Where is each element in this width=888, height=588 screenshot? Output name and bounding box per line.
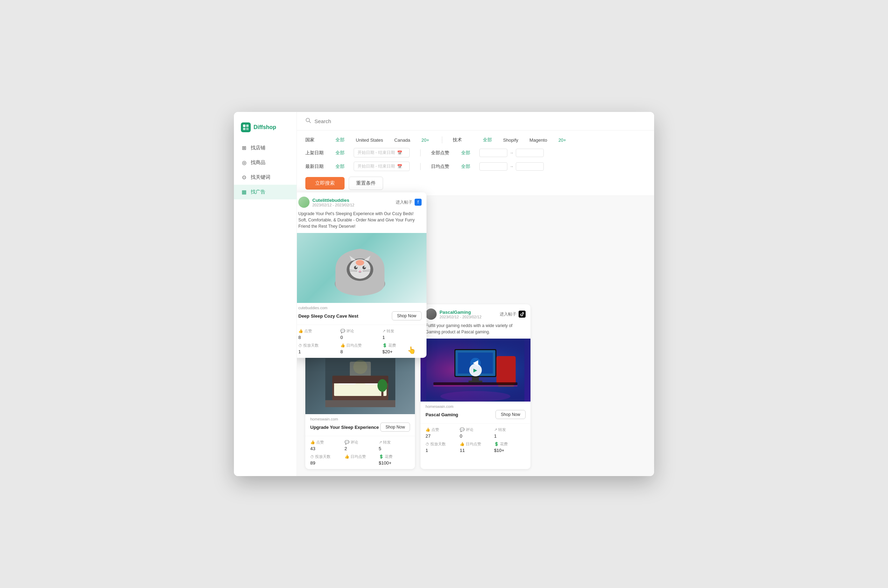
shop-now-cute[interactable]: Shop Now [392, 311, 421, 320]
card-actions-gaming: 进入帖子 [500, 310, 525, 318]
shares-value-home: 5 [379, 446, 410, 451]
cursor-icon: 👆 [407, 346, 416, 354]
latest-date-picker[interactable]: 开始日期 - 结束日期 📅 [354, 162, 410, 171]
tech-shopify-option[interactable]: Shopify [501, 137, 520, 143]
play-button-gaming[interactable]: ▶ [469, 364, 482, 376]
shares-label-gaming: ↗ 转发 [494, 427, 525, 432]
rundays-label-home: ⏱ 投放天数 [310, 454, 342, 459]
filter-divider-1 [442, 136, 442, 143]
country-ca-option[interactable]: Canada [392, 137, 412, 143]
sidebar-item-find-store[interactable]: ⊞ 找店铺 [234, 141, 297, 155]
card-header-cute: Cutelittlebuddies 2023/02/12 - 2023/02/1… [297, 192, 426, 211]
svg-rect-44 [433, 382, 518, 385]
cost-label-gaming: 💲 花费 [494, 441, 525, 447]
tech-filter-label: 技术 [453, 137, 474, 143]
shop-now-gaming[interactable]: Shop Now [495, 410, 525, 419]
enter-post-gaming[interactable]: 进入帖子 [500, 311, 516, 317]
stat-rundays-gaming: ⏱ 投放天数 1 [426, 441, 457, 453]
facebook-icon-cute: f [415, 199, 421, 206]
launch-date-all[interactable]: 全部 [333, 149, 347, 157]
comments-label-home: 💬 评论 [345, 440, 376, 445]
store-info-gaming: PascalGaming 2023/02/12 - 2023/02/12 [426, 309, 482, 320]
card-site-cute: cutebuddies.com [297, 303, 426, 311]
comments-label-gaming: 💬 评论 [460, 427, 491, 432]
stat-shares-home: ↗ 转发 5 [379, 440, 410, 451]
latest-date-all[interactable]: 全部 [333, 163, 347, 170]
likes-icon-gaming: 👍 [426, 428, 430, 432]
shares-icon-home: ↗ [379, 440, 382, 445]
search-input[interactable] [315, 118, 646, 124]
country-more-option[interactable]: 20+ [420, 137, 431, 143]
comments-value-cute: 0 [340, 335, 379, 340]
country-us-option[interactable]: United States [354, 137, 385, 143]
reset-button[interactable]: 重置条件 [349, 177, 383, 190]
svg-rect-2 [243, 128, 245, 130]
search-button[interactable]: 立即搜索 [306, 177, 345, 190]
all-likes-all[interactable]: 全部 [459, 149, 473, 157]
store-name-gaming: PascalGaming [439, 310, 482, 315]
shop-now-home[interactable]: Shop Now [380, 423, 410, 432]
card-pascalgaming: PascalGaming 2023/02/12 - 2023/02/12 进入帖… [420, 304, 530, 469]
tech-magento-option[interactable]: Magento [527, 137, 549, 143]
logo-text: Diffshop [253, 124, 276, 130]
cost-value-gaming: $10+ [494, 448, 525, 453]
dailylikes-icon: 👍 [340, 343, 345, 348]
card-stats-home: 👍 点赞 43 💬 评论 2 ↗ [306, 436, 415, 469]
likes-label-cute: 👍 点赞 [298, 328, 337, 334]
country-all-option[interactable]: 全部 [333, 136, 347, 144]
all-likes-max[interactable] [516, 148, 544, 157]
tiktok-icon-gaming [519, 310, 525, 318]
shares-icon-gaming: ↗ [494, 428, 497, 432]
svg-rect-45 [433, 385, 518, 387]
card-image-home [306, 351, 415, 414]
cards-area: Cutelittlebuddies 2023/02/12 - 2023/02/1… [297, 196, 654, 476]
svg-rect-0 [243, 124, 245, 127]
rundays-value-home: 89 [310, 460, 342, 466]
sidebar-item-find-product[interactable]: ◎ 找商品 [234, 155, 297, 170]
main-content: 国家 全部 United States Canada 20+ 技术 全部 Sho… [297, 112, 654, 476]
daily-likes-max[interactable] [516, 162, 544, 171]
likes-value-gaming: 27 [426, 434, 457, 439]
daily-likes-min[interactable] [479, 162, 507, 171]
stat-dailylikes-gaming: 👍 日均点赞 11 [460, 441, 491, 453]
filter-row-3: 最新日期 全部 开始日期 - 结束日期 📅 日均点赞 全部 → [306, 162, 646, 171]
card-site-gaming: homeswain.com [420, 402, 530, 410]
sidebar-item-find-keyword[interactable]: ⊙ 找关键词 [234, 170, 297, 185]
stat-shares-gaming: ↗ 转发 1 [494, 427, 525, 439]
stat-cost-gaming: 💲 花费 $10+ [494, 441, 525, 453]
stat-likes-gaming: 👍 点赞 27 [426, 427, 457, 439]
rundays-icon-home: ⏱ [310, 455, 314, 459]
dailylikes-value-cute: 8 [340, 349, 379, 354]
daily-likes-all[interactable]: 全部 [459, 163, 473, 170]
launch-date-placeholder: 开始日期 - 结束日期 [358, 150, 395, 156]
product-name-gaming: Pascal Gaming [426, 412, 458, 417]
dailylikes-icon-home: 👍 [345, 454, 349, 459]
svg-rect-42 [497, 356, 516, 384]
cost-icon: 💲 [382, 343, 387, 348]
svg-rect-3 [246, 128, 248, 130]
sidebar-item-find-ad[interactable]: ▦ 找广告 [234, 185, 297, 200]
comments-icon-gaming: 💬 [460, 428, 465, 432]
enter-post-cute[interactable]: 进入帖子 [396, 200, 412, 206]
likes-icon-home: 👍 [310, 440, 315, 445]
product-name-cute: Deep Sleep Cozy Cave Nest [298, 314, 358, 319]
country-filter-label: 国家 [306, 137, 327, 143]
stat-likes-home: 👍 点赞 43 [310, 440, 342, 451]
comments-value-home: 2 [345, 446, 376, 451]
top-bar [297, 112, 654, 130]
product-name-home: Upgrade Your Sleep Experience [310, 424, 379, 430]
daily-likes-label: 日均点赞 [431, 164, 452, 170]
tech-all-option[interactable]: 全部 [481, 136, 494, 144]
store-info-cute: Cutelittlebuddies 2023/02/12 - 2023/02/1… [298, 196, 354, 208]
all-likes-min[interactable] [479, 148, 507, 157]
stat-cost-home: 💲 花费 $100+ [379, 454, 410, 466]
shares-icon: ↗ [382, 329, 385, 333]
sidebar: Diffshop ⊞ 找店铺 ◎ 找商品 ⊙ 找关键词 ▦ 找广告 [234, 112, 297, 476]
sidebar-item-find-store-label: 找店铺 [251, 145, 265, 151]
stat-likes-cute: 👍 点赞 8 [298, 328, 337, 340]
tech-more-option[interactable]: 20+ [556, 137, 568, 143]
svg-point-12 [363, 266, 366, 269]
calendar-icon-2: 📅 [397, 164, 402, 169]
launch-date-picker[interactable]: 开始日期 - 结束日期 📅 [354, 148, 410, 158]
daily-likes-range: → [479, 162, 544, 171]
